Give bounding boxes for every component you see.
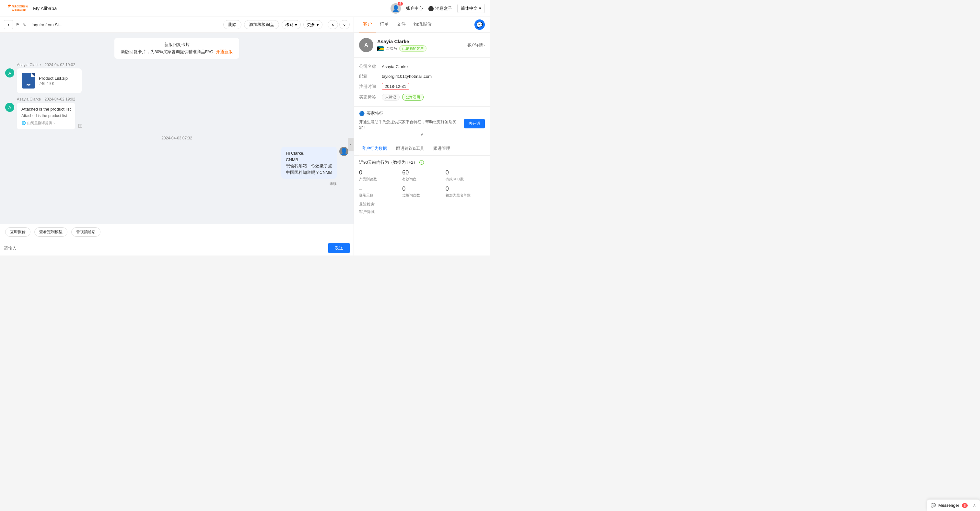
lang-switcher[interactable]: 简体中文 ▾ (457, 4, 485, 13)
sender-avatar-2: A (5, 103, 14, 112)
stat-label-1: 有效询盘 (402, 177, 441, 181)
nav-arrows: ∧ ∨ (328, 20, 350, 29)
beh-tab-manage[interactable]: 跟进管理 (431, 142, 453, 155)
feature-content: 开通生意助手为您提供买家平台特征，帮助您更好签别买家！ 去开通 (359, 119, 485, 131)
collapse-handle[interactable]: ‹ (348, 138, 353, 151)
chat-icon-button[interactable]: 💬 (474, 19, 485, 30)
file-message-row: Asayia Clarke 2024-04-02 19:02 A ZIP Pro… (5, 62, 348, 93)
prev-arrow-button[interactable]: ∧ (328, 20, 338, 29)
chat-area: 新版回复卡片 新版回复卡片，为80%买家咨询提供精准商品FAQ 开通新版 Asa… (0, 33, 354, 256)
stat-num-0: 0 (359, 169, 398, 176)
sender-avatar: A (5, 68, 14, 78)
customer-info: Asayia Clarke 巴哈马 已是我的客户 (377, 38, 463, 51)
bahamas-flag-icon (377, 46, 384, 51)
stat-label-2: 有效RFQ数 (445, 177, 485, 181)
file-card[interactable]: ZIP Product List.zip 746.49 K (17, 68, 82, 93)
stat-product-views: 0 产品浏览数 (359, 169, 398, 181)
feature-header: 🔵 买家特征 (359, 111, 485, 116)
translate-attribution[interactable]: 🌐 由阿里翻译提供 › (21, 121, 71, 126)
own-line-4: 中国国粹知道吗？CNMB (286, 169, 332, 176)
info-card-line2: 新版回复卡片，为80%买家咨询提供精准商品FAQ 开通新版 (121, 49, 233, 55)
open-link[interactable]: 开通新版 (216, 49, 233, 54)
own-avatar: 👤 (339, 147, 348, 156)
own-line-1: Hi Clarke, (286, 150, 332, 157)
stat-num-3: – (359, 185, 398, 192)
zip-file-icon: ZIP (22, 73, 35, 89)
file-type-label: ZIP (27, 84, 30, 87)
stat-label-3: 登录天数 (359, 193, 398, 198)
text-msg-sender: Asayia Clarke (17, 97, 41, 102)
stat-num-4: 0 (402, 185, 441, 192)
sub-header: ‹ ⚑ ✎ Inquiry from St... 删除 添加垃圾询盘 移到 ▾ … (0, 17, 490, 33)
move-chevron-icon: ▾ (295, 22, 297, 27)
privacy-section: 客户隐藏 (359, 209, 485, 215)
stat-num-2: 0 (445, 169, 485, 176)
company-value: Asayia Clarke (382, 64, 485, 69)
quick-actions: 立即报价 查看定制模型 音视频通话 (0, 224, 353, 240)
file-msg-body: A ZIP Product List.zip 746.49 K (5, 68, 348, 93)
stat-valid-inquiry: 60 有效询盘 (402, 169, 441, 181)
translate-icon: 🌐 (21, 121, 26, 125)
unread-badge: 未读 (329, 181, 337, 186)
buyer-feature-section: 🔵 买家特征 开通生意助手为您提供买家平台特征，帮助您更好签别买家！ 去开通 ∨ (354, 107, 490, 142)
customer-info-rows: 公司名称 Asayia Clarke 邮箱 taylorgirl101@hotm… (354, 58, 490, 107)
regdate-row: 注册时间 2018-12-31 (359, 81, 485, 92)
account-nav[interactable]: 👤 6 (390, 3, 401, 14)
stat-label-5: 被加为黑名单数 (445, 193, 485, 198)
customer-detail-link[interactable]: 客户详情 › (467, 43, 485, 48)
email-label: 邮箱 (359, 73, 382, 79)
text-bubble: Attached is the product list Attached is… (17, 103, 75, 129)
own-msg-body: Hi Clarke, CNMB 想偷我邮箱，你还嫩了点 中国国粹知道吗？CNMB… (281, 147, 348, 179)
back-button[interactable]: ‹ (4, 20, 13, 29)
stat-label-0: 产品浏览数 (359, 177, 398, 181)
message-box-btn[interactable]: ⬤ 消息盒子 (428, 5, 452, 11)
stats-grid-1: 0 产品浏览数 60 有效询盘 0 有效RFQ数 (359, 169, 485, 181)
stats-grid-2: – 登录天数 0 垃圾询盘数 0 被加为黑名单数 (359, 185, 485, 198)
beh-tab-data[interactable]: 客户行为数据 (359, 142, 390, 155)
customer-country: 巴哈马 (386, 46, 397, 51)
beh-tab-advice[interactable]: 跟进建议&工具 (393, 142, 427, 155)
quote-btn[interactable]: 立即报价 (5, 227, 30, 237)
customer-header: A Asayia Clarke 巴哈马 已是我的客户 客户详情 › (354, 33, 490, 58)
stat-num-1: 60 (402, 169, 441, 176)
edit-icon[interactable]: ✎ (22, 22, 26, 27)
file-msg-time: 2024-04-02 19:02 (45, 62, 75, 67)
tab-customer[interactable]: 客户 (359, 17, 376, 32)
chat-input[interactable] (4, 246, 325, 251)
tab-logistics[interactable]: 物流报价 (410, 17, 436, 32)
behavior-tabs: 客户行为数据 跟进建议&工具 跟进管理 (354, 142, 490, 156)
email-value: taylorgirl101@hotmail.com (382, 74, 485, 79)
av-call-btn[interactable]: 音视频通话 (71, 227, 100, 237)
behavior-title: 近90天站内行为（数据为T+2） i (359, 159, 485, 166)
tab-file[interactable]: 文件 (393, 17, 410, 32)
tag-recall[interactable]: 公海召回 (402, 94, 423, 100)
tab-order[interactable]: 订单 (376, 17, 393, 32)
lang-chevron-icon: ▾ (479, 6, 481, 11)
tag-unlabeled[interactable]: 未标记 (382, 94, 399, 100)
original-text: Attached is the product list (21, 107, 71, 111)
own-line-3: 想偷我邮箱，你还嫩了点 (286, 163, 332, 169)
regdate-label: 注册时间 (359, 84, 382, 89)
own-message-row: Hi Clarke, CNMB 想偷我邮箱，你还嫩了点 中国国粹知道吗？CNMB… (5, 147, 348, 186)
next-arrow-button[interactable]: ∨ (339, 20, 350, 29)
main-layout: 新版回复卡片 新版回复卡片，为80%买家咨询提供精准商品FAQ 开通新版 Asa… (0, 33, 490, 256)
custom-model-btn[interactable]: 查看定制模型 (34, 227, 67, 237)
flag-icon[interactable]: ⚑ (16, 22, 20, 27)
section-collapse-btn[interactable]: ∨ (359, 131, 485, 138)
company-label: 公司名称 (359, 64, 382, 69)
send-button[interactable]: 发送 (328, 243, 350, 253)
save-icon[interactable]: ⊞ (78, 122, 83, 129)
search-label: 最近搜索 (359, 202, 485, 207)
customer-meta: 巴哈马 已是我的客户 (377, 45, 463, 51)
customer-avatar: A (359, 38, 373, 52)
spam-button[interactable]: 添加垃圾询盘 (244, 20, 279, 29)
svg-text:Alibaba.com: Alibaba.com (12, 8, 26, 11)
file-info: Product List.zip 746.49 K (39, 76, 68, 86)
delete-button[interactable]: 删除 (223, 20, 242, 29)
move-button[interactable]: 移到 ▾ (282, 20, 301, 29)
new-reply-card: 新版回复卡片 新版回复卡片，为80%买家咨询提供精准商品FAQ 开通新版 (115, 38, 240, 59)
more-button[interactable]: 更多 ▾ (303, 20, 323, 29)
account-center-btn[interactable]: 账户中心 (406, 5, 423, 11)
info-card-line1: 新版回复卡片 (121, 42, 233, 48)
go-open-button[interactable]: 去开通 (464, 119, 485, 128)
